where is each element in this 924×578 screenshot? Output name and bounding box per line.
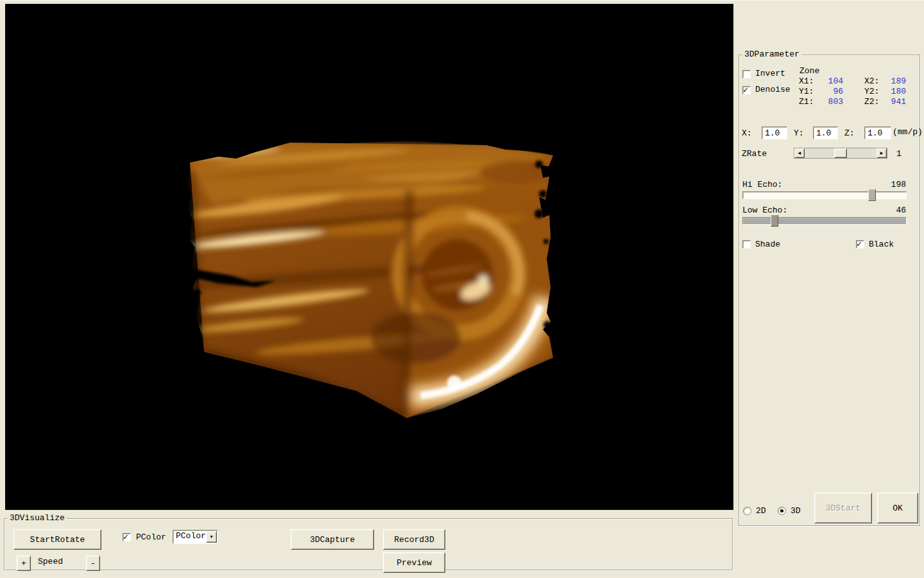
zone-title: Zone: [800, 66, 819, 76]
scale-x-input[interactable]: [762, 127, 787, 139]
speed-minus-button[interactable]: -: [86, 556, 100, 571]
hi-echo-track[interactable]: [742, 191, 907, 199]
render-viewport[interactable]: [5, 4, 733, 510]
black-checkbox[interactable]: [856, 240, 864, 249]
invert-label: Invert: [755, 69, 785, 78]
mode-2d-radio[interactable]: [743, 507, 751, 515]
volume-render-canvas: [5, 4, 733, 510]
zrate-left-arrow-icon[interactable]: ◄: [794, 148, 805, 158]
mode-2d-label: 2D: [756, 506, 766, 516]
denoise-label: Denoise: [755, 85, 791, 94]
pcolor-dropdown[interactable]: PColor ▼: [173, 530, 218, 544]
scale-unit-label: (mm/p): [893, 127, 923, 137]
parameter-groupbox: 3DParameter Invert Denoise Zone X1: 104 …: [739, 55, 920, 526]
zone-x2-value: 189: [884, 76, 906, 86]
start3d-button[interactable]: 3DStart: [814, 493, 872, 523]
low-echo-track[interactable]: [742, 217, 907, 225]
zone-x1-value: 104: [821, 76, 843, 86]
zone-z1-value: 803: [821, 97, 843, 107]
low-echo-thumb[interactable]: [771, 215, 778, 227]
scale-y-label: Y:: [794, 128, 804, 138]
zone-z1-label: Z1:: [799, 97, 814, 107]
zone-z2-label: Z2:: [864, 97, 879, 107]
record-button[interactable]: Record3D: [383, 529, 445, 550]
zone-y1-label: Y1:: [799, 87, 814, 96]
preview-button[interactable]: Preview: [383, 552, 445, 573]
zone-y2-label: Y2:: [864, 87, 879, 96]
ok-button[interactable]: OK: [877, 493, 918, 523]
mode-3d-label: 3D: [791, 506, 801, 516]
speed-label: Speed: [38, 557, 63, 566]
zrate-scrollbar[interactable]: ◄ ►: [794, 148, 887, 159]
hi-echo-value: 198: [884, 180, 906, 189]
shade-checkbox[interactable]: [742, 240, 751, 249]
zrate-value: 1: [896, 149, 902, 159]
zone-y1-value: 96: [821, 87, 843, 96]
scale-x-label: X:: [742, 128, 752, 138]
app-window: { "colors": { "panel_bg": "#ece9d8", "va…: [0, 0, 924, 578]
zrate-thumb[interactable]: [834, 148, 847, 158]
zone-x1-label: X1:: [799, 76, 814, 86]
speed-plus-button[interactable]: +: [17, 556, 31, 571]
shade-label: Shade: [755, 240, 780, 249]
capture-button[interactable]: 3DCapture: [291, 529, 374, 550]
hi-echo-thumb[interactable]: [868, 189, 876, 201]
hi-echo-label: Hi Echo:: [742, 180, 782, 189]
denoise-checkbox[interactable]: [742, 86, 751, 94]
scale-y-input[interactable]: [813, 127, 838, 139]
visualize-group-title: 3DVisualize: [8, 513, 67, 523]
low-echo-value: 46: [884, 206, 906, 215]
zrate-label: ZRate: [742, 149, 767, 159]
zone-z2-value: 941: [884, 97, 906, 107]
parameter-group-title: 3DParameter: [742, 49, 801, 60]
zone-x2-label: X2:: [864, 76, 879, 86]
pcolor-dropdown-arrow-icon[interactable]: ▼: [206, 531, 217, 543]
low-echo-label: Low Echo:: [742, 206, 787, 215]
scale-z-input[interactable]: [864, 127, 891, 139]
visualize-groupbox: 3DVisualize StartRotate PColor PColor ▼ …: [4, 518, 733, 570]
start-rotate-button[interactable]: StartRotate: [13, 529, 101, 550]
pcolor-label: PColor: [136, 532, 166, 542]
pcolor-dropdown-value: PColor: [176, 531, 206, 541]
pcolor-checkbox[interactable]: [123, 533, 131, 541]
zone-y2-value: 180: [884, 87, 906, 96]
zrate-right-arrow-icon[interactable]: ►: [877, 148, 887, 158]
invert-checkbox[interactable]: [742, 70, 751, 78]
mode-3d-radio[interactable]: [778, 507, 786, 515]
scale-z-label: Z:: [844, 128, 855, 138]
black-label: Black: [869, 240, 894, 249]
